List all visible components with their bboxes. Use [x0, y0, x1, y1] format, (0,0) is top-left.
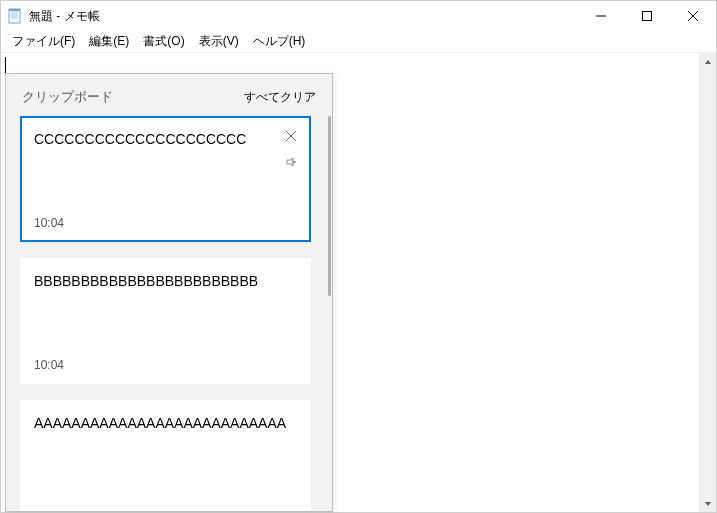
clipboard-item-content: CCCCCCCCCCCCCCCCCCCCC [34, 130, 297, 206]
svg-rect-5 [9, 9, 20, 11]
maximize-button[interactable] [624, 1, 670, 31]
clipboard-item-time: 10:04 [34, 358, 297, 372]
clipboard-scrollbar-thumb[interactable] [328, 116, 331, 296]
clipboard-list: CCCCCCCCCCCCCCCCCCCCC 10:04 BBBBBBBBBBBB… [6, 116, 324, 511]
title-bar: 無題 - メモ帳 [1, 1, 716, 31]
window-controls [578, 1, 716, 31]
menu-bar: ファイル(F) 編集(E) 書式(O) 表示(V) ヘルプ(H) [1, 31, 716, 53]
pin-icon[interactable] [283, 154, 299, 170]
app-window: 無題 - メモ帳 ファイル(F) 編集(E) 書式(O) 表示(V) ヘルプ(H… [0, 0, 717, 513]
clipboard-item-time: 10:04 [34, 216, 297, 230]
close-button[interactable] [670, 1, 716, 31]
clipboard-item[interactable]: AAAAAAAAAAAAAAAAAAAAAAAAAAA [20, 400, 311, 511]
clipboard-scroll-area: CCCCCCCCCCCCCCCCCCCCC 10:04 BBBBBBBBBBBB… [6, 116, 332, 511]
clipboard-scrollbar[interactable] [326, 116, 332, 511]
clipboard-title: クリップボード [22, 88, 113, 106]
clipboard-item-actions [283, 128, 299, 170]
clipboard-clear-all[interactable]: すべてクリア [244, 89, 316, 106]
scroll-up-icon[interactable] [699, 53, 716, 70]
scroll-down-icon[interactable] [699, 495, 716, 512]
clipboard-item-content: BBBBBBBBBBBBBBBBBBBBBBBB [34, 272, 297, 348]
window-title: 無題 - メモ帳 [29, 8, 578, 25]
svg-rect-7 [643, 12, 652, 21]
clipboard-header: クリップボード すべてクリア [6, 74, 332, 116]
menu-format[interactable]: 書式(O) [136, 31, 191, 52]
menu-edit[interactable]: 編集(E) [82, 31, 136, 52]
clipboard-item[interactable]: CCCCCCCCCCCCCCCCCCCCC 10:04 [20, 116, 311, 242]
clipboard-item[interactable]: BBBBBBBBBBBBBBBBBBBBBBBB 10:04 [20, 258, 311, 384]
menu-view[interactable]: 表示(V) [192, 31, 246, 52]
notepad-icon [7, 8, 23, 24]
text-caret [5, 57, 6, 73]
vertical-scrollbar[interactable] [699, 53, 716, 512]
scrollbar-track[interactable] [699, 70, 716, 495]
menu-help[interactable]: ヘルプ(H) [246, 31, 313, 52]
clipboard-panel: クリップボード すべてクリア CCCCCCCCCCCCCCCCCCCCC 10:… [5, 73, 333, 512]
minimize-button[interactable] [578, 1, 624, 31]
clipboard-item-content: AAAAAAAAAAAAAAAAAAAAAAAAAAA [34, 414, 297, 504]
menu-file[interactable]: ファイル(F) [5, 31, 82, 52]
delete-icon[interactable] [283, 128, 299, 144]
